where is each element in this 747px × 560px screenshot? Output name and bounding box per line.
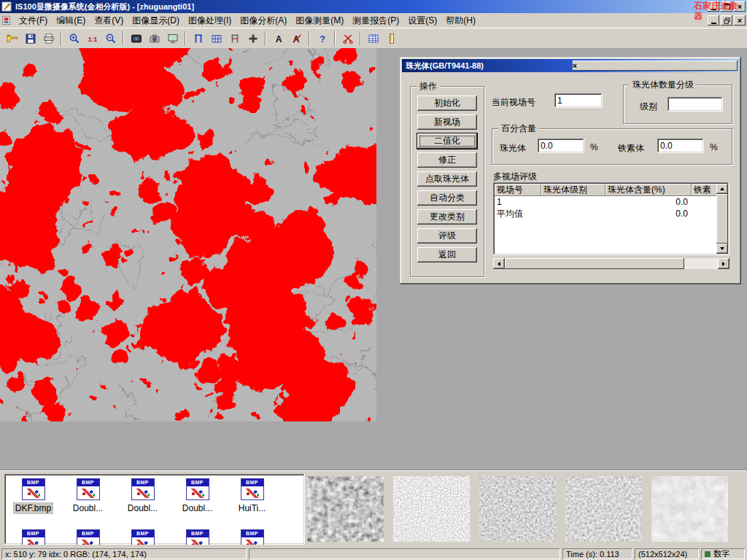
op-button-rate[interactable]: 评级 [417, 228, 477, 244]
floppy-disk-icon [25, 33, 36, 44]
save-button[interactable] [21, 30, 39, 47]
op-button-correct[interactable]: 修正 [417, 152, 477, 168]
op-button-return[interactable]: 返回 [417, 247, 477, 262]
file-item[interactable]: BMPDoubl... [170, 478, 225, 513]
op-button-auto-classify[interactable]: 自动分类 [417, 190, 477, 206]
scroll-left-button[interactable] [493, 258, 505, 269]
thumbnail-4[interactable] [565, 476, 642, 542]
cross-marker-button[interactable] [244, 30, 262, 47]
column-header[interactable]: 铁素 [692, 184, 716, 196]
print-button[interactable] [39, 30, 58, 47]
delete-text-button[interactable]: A [287, 30, 306, 47]
display-button[interactable] [163, 30, 182, 47]
child-minimize-icon [711, 23, 716, 24]
actual-size-button[interactable]: 1:1 [83, 30, 101, 47]
column-header[interactable]: 视场号 [495, 184, 541, 196]
close-button[interactable]: × [734, 1, 746, 12]
menu-settings[interactable]: 设置(S) [403, 13, 441, 28]
file-item[interactable]: BMPHuiTi... [225, 478, 279, 513]
menu-image-analysis[interactable]: 图像分析(A) [236, 13, 291, 28]
file-item[interactable]: BMPDoubl... [61, 478, 115, 513]
caliper-edit-button[interactable] [225, 30, 244, 47]
table-horizontal-scrollbar[interactable] [493, 258, 729, 269]
micrograph-image[interactable] [0, 48, 376, 421]
ruler-icon [386, 33, 398, 44]
op-button-new-field[interactable]: 新视场 [417, 114, 477, 130]
menu-help[interactable]: 帮助(H) [441, 13, 480, 28]
cursor-status: x: 510 y: 79 idx: 0 RGB: (174, 174, 174) [1, 548, 247, 559]
bmp-file-icon: BMP [77, 478, 100, 500]
camera-capture-button[interactable] [145, 30, 163, 47]
current-field-input[interactable] [554, 93, 603, 108]
video-preview-button[interactable] [127, 30, 145, 47]
dialog-title-bar[interactable]: 珠光体(GB/T9441-88) × [402, 59, 739, 72]
op-button-change-class[interactable]: 更改类别 [417, 209, 477, 225]
menu-image-process[interactable]: 图像处理(I) [184, 13, 236, 28]
multifield-label: 多视场评级 [493, 171, 537, 183]
minimize-button[interactable] [708, 1, 719, 12]
file-label: Doubl... [126, 503, 159, 513]
file-item-partial[interactable]: BMP [6, 529, 61, 545]
scroll-right-button[interactable] [718, 258, 729, 269]
bmp-file-icon: BMP [186, 529, 209, 545]
vertical-scroll-thumb[interactable] [716, 194, 728, 244]
text-icon: A [273, 33, 285, 44]
child-restore-button[interactable] [721, 15, 732, 26]
file-row-partial: BMPBMPBMPBMPBMP [6, 529, 303, 545]
input-mode-icon [705, 551, 711, 557]
file-item-partial[interactable]: BMP [170, 529, 225, 545]
add-text-button[interactable]: A [269, 30, 287, 47]
maximize-button[interactable] [721, 1, 732, 12]
toolbar-separator [265, 31, 266, 46]
op-button-pick-pearlite[interactable]: 点取珠光体 [417, 171, 477, 187]
caliper-measure-button[interactable] [189, 30, 207, 47]
thumbnail-2[interactable] [393, 476, 470, 542]
scroll-down-button[interactable] [716, 244, 728, 254]
file-item[interactable]: BMPDoubl... [115, 478, 170, 513]
menu-image-measure[interactable]: 图像测量(M) [291, 13, 348, 28]
camera-icon [149, 33, 160, 44]
cut-button[interactable] [338, 30, 357, 47]
bmp-icon-art [25, 489, 42, 498]
horizontal-scroll-thumb[interactable] [505, 258, 684, 269]
data-table-button[interactable] [364, 30, 382, 47]
cross-marker-icon [247, 33, 259, 44]
file-item-partial[interactable]: BMP [61, 529, 115, 545]
file-item-partial[interactable]: BMP [115, 529, 170, 545]
zoom-in-button[interactable] [65, 30, 83, 47]
child-close-button[interactable]: × [734, 15, 746, 26]
table-vertical-scrollbar[interactable] [716, 184, 728, 254]
column-header[interactable]: 珠光体级别 [541, 184, 605, 196]
file-item[interactable]: BMPDKF.bmp [6, 478, 61, 513]
thumbnail-5[interactable] [651, 476, 728, 542]
caliper-icon [193, 33, 204, 44]
scroll-up-button[interactable] [716, 184, 728, 194]
thumbnail-1[interactable] [307, 476, 384, 542]
grid-measure-button[interactable] [207, 30, 225, 47]
document-window-icon[interactable] [1, 15, 13, 26]
menu-report[interactable]: 测量报告(P) [348, 13, 403, 28]
child-minimize-button[interactable] [708, 15, 719, 26]
menu-file[interactable]: 文件(F) [15, 13, 52, 28]
dialog-close-button[interactable]: × [573, 61, 738, 71]
table-row[interactable]: 10.0 [495, 196, 716, 208]
ruler-button[interactable] [382, 30, 400, 47]
open-button[interactable] [3, 30, 21, 47]
pearlite-input[interactable] [538, 139, 584, 153]
op-button-binarize[interactable]: 二值化 [417, 133, 477, 149]
table-cell [541, 208, 605, 219]
column-header[interactable]: 珠光体含量(%) [605, 184, 692, 196]
menu-edit[interactable]: 编辑(E) [52, 13, 90, 28]
op-button-initialize[interactable]: 初始化 [417, 96, 477, 111]
table-cell: 1 [495, 196, 541, 208]
table-row[interactable]: 平均值0.0 [495, 208, 716, 219]
ferrite-input[interactable] [657, 139, 704, 153]
thumbnail-3[interactable] [479, 476, 556, 542]
help-button[interactable]: ? [313, 30, 331, 47]
level-input[interactable] [667, 97, 723, 112]
arrow-down-icon [720, 247, 724, 250]
menu-view[interactable]: 查看(V) [90, 13, 128, 28]
file-item-partial[interactable]: BMP [225, 529, 279, 545]
menu-image-display[interactable]: 图像显示(D) [128, 13, 184, 28]
zoom-out-button[interactable] [101, 30, 120, 47]
